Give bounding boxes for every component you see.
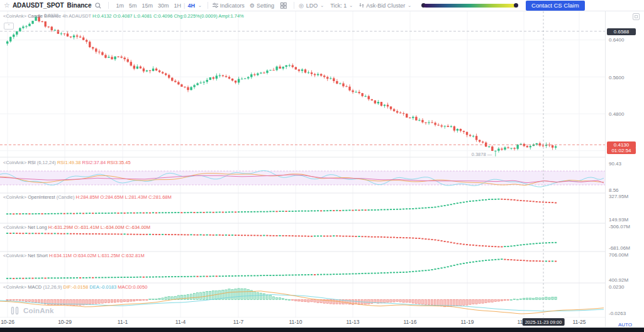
- axis-label-400.92M: 400.92M: [606, 277, 644, 283]
- target-icon[interactable]: ◎: [299, 3, 304, 9]
- indicators-icon: [213, 3, 218, 8]
- toolbar-divider: [108, 2, 109, 9]
- axis-label-327.95M: 327.95M: [606, 194, 644, 199]
- timeframe-selector: 1m5m15m30m1H: [113, 3, 184, 9]
- chevron-down-icon: ⌄: [320, 3, 324, 8]
- chevron-down-icon: ⌄: [408, 3, 411, 8]
- time-label-10-26: 10-26: [1, 319, 14, 325]
- time-label-11-16: 11-16: [403, 319, 416, 325]
- axis-label-0.5600: 0.5600: [606, 75, 644, 80]
- axis-label--681.06M: -681.06M: [606, 245, 644, 251]
- open-interest-series: [6, 199, 557, 214]
- toolbar-divider: [208, 2, 208, 9]
- axis-label-0.6588: 0.6588: [607, 28, 636, 35]
- axis-label-90.43: 90.43: [606, 161, 644, 167]
- gear-icon: ⚙: [250, 3, 255, 9]
- ldo-dropdown[interactable]: LDO⌄: [306, 3, 325, 9]
- axis-label-0.0230: 0.0230: [606, 284, 644, 290]
- crosshair-time-badge: 2025-11-23 09:00: [523, 318, 565, 326]
- setting-button[interactable]: ⚙ Setting: [250, 3, 274, 9]
- timeframe-30m[interactable]: 30m: [155, 3, 172, 9]
- time-label-10-29: 10-29: [58, 319, 72, 325]
- favorite-star-icon[interactable]: ☆: [4, 2, 10, 9]
- contact-cs-claim-button[interactable]: Contact CS Claim: [526, 1, 585, 11]
- axis-label-706.00M: 706.00M: [606, 252, 644, 258]
- symbol-name[interactable]: ADAUSDT_SPOT: [13, 2, 64, 9]
- net-long-series: [6, 233, 557, 247]
- gradient-bar[interactable]: [424, 4, 516, 8]
- chart-plot-area[interactable]: — 0.69380.3878 —: [0, 11, 605, 318]
- time-label-11-1: 11-1: [118, 319, 128, 325]
- time-label-11-19: 11-19: [460, 319, 474, 325]
- timeframe-5m[interactable]: 5m: [126, 3, 140, 9]
- layout-grid-icon[interactable]: [280, 3, 287, 9]
- tick-dropdown[interactable]: Tick: 1⌄: [330, 3, 354, 9]
- coinank-chart-app: ☆ ADAUSDT_SPOT Binance 1m5m15m30m1H | 4H…: [0, 0, 644, 332]
- heatmap-gradient-slider[interactable]: [421, 3, 518, 8]
- macd-histogram: [6, 289, 557, 307]
- net-short-series: [6, 258, 557, 279]
- axis-label-0.4800: 0.4800: [606, 111, 644, 117]
- time-label-11-25: 11-25: [572, 319, 586, 325]
- search-icon[interactable]: [95, 3, 101, 9]
- candlestick-series: [6, 15, 557, 157]
- collapse-panel-button[interactable]: ⌃: [4, 23, 14, 30]
- axis-label--506.07M: -506.07M: [606, 224, 644, 230]
- chart-canvas: — 0.69380.3878 —: [0, 11, 605, 318]
- rsi-band: [0, 171, 605, 185]
- timeframe-1h[interactable]: 1H: [172, 3, 184, 9]
- chevron-down-icon[interactable]: ⌄: [198, 3, 202, 8]
- time-label-11-4: 11-4: [175, 319, 186, 325]
- bottom-scrollbar[interactable]: [0, 328, 644, 332]
- axis-label-0.6400: 0.6400: [606, 37, 644, 43]
- gradient-handle-right[interactable]: [514, 3, 518, 8]
- time-axis[interactable]: 10-2610-2911-111-411-711-1011-1311-1611-…: [0, 318, 605, 327]
- axis-label--0.0263: -0.0263: [606, 311, 644, 316]
- time-label-11-10: 11-10: [289, 319, 302, 325]
- axis-label-010254: 01:02:54: [607, 147, 636, 154]
- time-label-11-7: 11-7: [233, 319, 243, 325]
- axis-label-8.56: 8.56: [606, 187, 644, 193]
- timeframe-15m[interactable]: 15m: [140, 3, 156, 9]
- axis-settings-icon[interactable]: [633, 13, 640, 20]
- ask-bid-icon: [359, 3, 364, 8]
- low-marker-label: 0.3878 —: [472, 152, 492, 157]
- exchange-name[interactable]: Binance: [67, 2, 92, 9]
- auto-scale-button[interactable]: AUTO: [606, 322, 644, 328]
- toolbar-divider: [294, 2, 294, 9]
- chevron-down-icon: ⌄: [349, 3, 353, 8]
- gridlines: [0, 11, 605, 318]
- indicators-button[interactable]: Indicators: [213, 3, 245, 9]
- timeframe-1m[interactable]: 1m: [113, 3, 126, 9]
- price-axis[interactable]: AUTO 0.65880.64000.56000.48000.413001:02…: [605, 11, 644, 327]
- high-marker-label: — 0.6938: [38, 13, 58, 18]
- timeframe-4h-active[interactable]: 4H: [185, 3, 197, 9]
- time-label-11-13: 11-13: [346, 319, 359, 325]
- axis-label-149.93M: 149.93M: [606, 217, 644, 223]
- askbid-cluster-dropdown[interactable]: Ask-Bid Cluster⌄: [359, 3, 413, 9]
- top-toolbar: ☆ ADAUSDT_SPOT Binance 1m5m15m30m1H | 4H…: [0, 0, 644, 11]
